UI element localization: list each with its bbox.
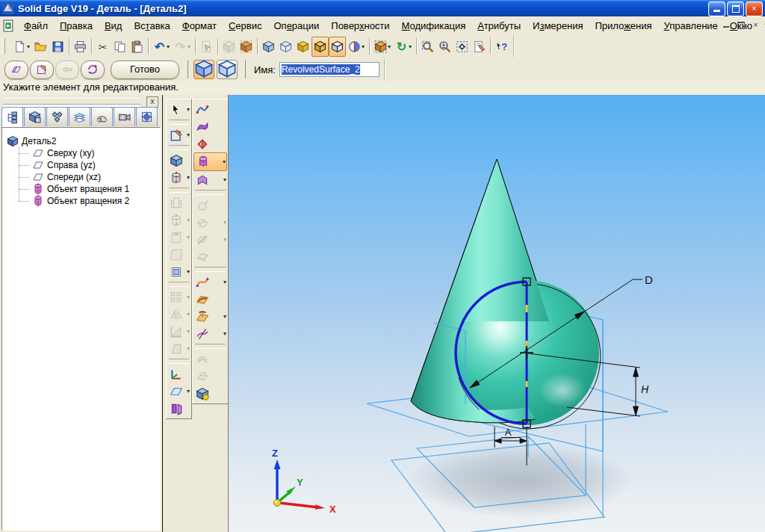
menu-format[interactable]: Формат xyxy=(176,18,223,34)
copy-icon xyxy=(114,40,126,53)
tree-item[interactable]: Деталь2 xyxy=(2,135,160,147)
child-restore-button[interactable] xyxy=(734,19,747,31)
svg-text:?: ? xyxy=(501,41,507,52)
thin-wall-button[interactable]: ▾ xyxy=(167,263,191,280)
split-part-button[interactable] xyxy=(167,400,191,417)
deactivate-part-button[interactable] xyxy=(238,37,255,57)
extent-asymmetric-button[interactable] xyxy=(217,60,238,79)
tree-item[interactable]: Объект вращения 1 xyxy=(2,183,160,195)
menu-edit[interactable]: Правка xyxy=(54,18,99,34)
revolved-protrusion-button[interactable]: ▾ xyxy=(167,169,191,186)
solid-view-button[interactable] xyxy=(294,37,312,57)
tab-library[interactable] xyxy=(24,107,46,126)
minimize-button[interactable] xyxy=(708,1,725,16)
bluesurf-button[interactable] xyxy=(193,101,227,118)
zoom-area-button[interactable] xyxy=(419,37,436,57)
curve-on-surface-button[interactable] xyxy=(193,291,227,308)
project-curve-button[interactable]: ▾ xyxy=(193,308,227,325)
menu-file[interactable]: Файл xyxy=(18,18,54,34)
toolbar-grip[interactable] xyxy=(1,38,5,55)
stitch-surface-button xyxy=(193,248,227,265)
menu-operations[interactable]: Операции xyxy=(267,18,325,34)
display-mode-icon xyxy=(348,40,361,53)
tab-playback[interactable] xyxy=(114,107,135,126)
shaded-edges-view-button[interactable] xyxy=(312,37,329,57)
name-input[interactable]: RevolvedSurface_2 xyxy=(279,62,380,77)
sketch-button[interactable]: ▾ xyxy=(167,126,191,143)
toolbar-separator xyxy=(257,38,258,55)
model-viewport[interactable]: D H A Z Y X xyxy=(228,95,765,532)
swept-surface-button[interactable] xyxy=(193,118,227,135)
sketch-step-button[interactable] xyxy=(30,61,54,79)
visible-edges-view-button[interactable] xyxy=(329,37,346,57)
3d-viewport-canvas[interactable]: D H A Z Y X xyxy=(229,95,765,532)
bounded-surface-button[interactable] xyxy=(193,135,227,152)
tab-sensors[interactable] xyxy=(91,107,113,126)
solid-view-icon xyxy=(297,40,309,53)
undo-button[interactable]: ↶▾ xyxy=(151,37,172,57)
rotate-view-button[interactable]: ↻▾ xyxy=(393,37,414,57)
reference-plane-button[interactable]: ▾ xyxy=(167,383,191,400)
tree-item[interactable]: Спереди (xz) xyxy=(2,171,160,183)
coordinate-system-button[interactable] xyxy=(167,365,191,383)
tab-pathfinder[interactable] xyxy=(1,107,23,128)
menu-modification[interactable]: Модификация xyxy=(396,18,472,34)
open-button[interactable] xyxy=(32,37,49,57)
layers-icon xyxy=(73,111,86,123)
document-system-icon[interactable] xyxy=(2,19,15,32)
toolbar-separator xyxy=(169,359,189,364)
menu-measure[interactable]: Измерения xyxy=(527,18,589,34)
part-icon xyxy=(7,135,19,147)
child-close-button[interactable]: × xyxy=(749,19,762,31)
standard-toolbar: ▾✂↶▾↷▾▾▾↻▾±? xyxy=(0,34,765,59)
zoom-button[interactable]: ± xyxy=(436,37,453,57)
tab-options[interactable] xyxy=(136,107,158,126)
view-orientation-button[interactable]: ▾ xyxy=(372,37,393,57)
tree-item[interactable]: Сверху (xy) xyxy=(2,147,160,159)
tab-family[interactable] xyxy=(46,107,68,126)
menu-tools[interactable]: Сервис xyxy=(223,18,268,34)
wireframe-view-button[interactable] xyxy=(277,37,294,57)
part-copy-button[interactable] xyxy=(193,385,227,402)
menu-manage[interactable]: Управление xyxy=(658,18,724,34)
extruded-surface-button[interactable]: ▾ xyxy=(193,171,227,188)
menu-view[interactable]: Вид xyxy=(99,18,128,34)
finish-button[interactable]: Готово xyxy=(111,61,179,79)
extent-symmetric-button[interactable] xyxy=(193,60,214,79)
select-tool-button[interactable]: ▾ xyxy=(167,101,191,118)
cut-button[interactable]: ✂ xyxy=(94,37,111,57)
trim-curve-button[interactable]: ▾ xyxy=(193,325,227,342)
thicken-icon xyxy=(196,353,209,366)
close-button[interactable]: × xyxy=(746,1,763,16)
display-mode-button[interactable]: ▾ xyxy=(346,37,367,57)
new-button[interactable]: ▾ xyxy=(11,37,32,57)
revolved-surface-button[interactable]: ▾ xyxy=(193,152,227,171)
activate-part-button xyxy=(220,37,238,57)
copy-button[interactable] xyxy=(111,37,128,57)
deactivate-part-icon xyxy=(240,40,253,53)
fit-button[interactable] xyxy=(453,37,471,57)
axis-step-button[interactable] xyxy=(81,61,105,79)
previous-view-button[interactable] xyxy=(471,37,488,57)
restore-button[interactable] xyxy=(727,1,744,16)
child-minimize-button[interactable] xyxy=(719,19,732,31)
menu-applications[interactable]: Приложения xyxy=(589,18,657,34)
keypoint-curve-button[interactable]: ▾ xyxy=(193,273,227,291)
panel-grip[interactable] xyxy=(3,98,140,105)
menu-attributes[interactable]: Атрибуты xyxy=(471,18,527,34)
tree-item[interactable]: Объект вращения 2 xyxy=(2,195,160,207)
save-button[interactable] xyxy=(49,37,66,57)
menu-insert[interactable]: Вставка xyxy=(128,18,176,34)
shaded-view-button[interactable] xyxy=(260,37,277,57)
help-button[interactable]: ? xyxy=(493,37,510,57)
tab-layers[interactable] xyxy=(69,107,90,126)
offset-surface-button xyxy=(193,197,227,214)
svg-text:✂: ✂ xyxy=(99,40,108,52)
protrusion-button[interactable] xyxy=(167,152,191,169)
print-button[interactable] xyxy=(72,37,89,57)
plane-step-button[interactable] xyxy=(4,61,28,79)
paste-button[interactable] xyxy=(128,37,146,57)
menu-surfaces[interactable]: Поверхности xyxy=(325,18,395,34)
tree-item[interactable]: Справа (yz) xyxy=(2,159,160,171)
pathfinder-close-button[interactable]: x xyxy=(146,96,158,108)
